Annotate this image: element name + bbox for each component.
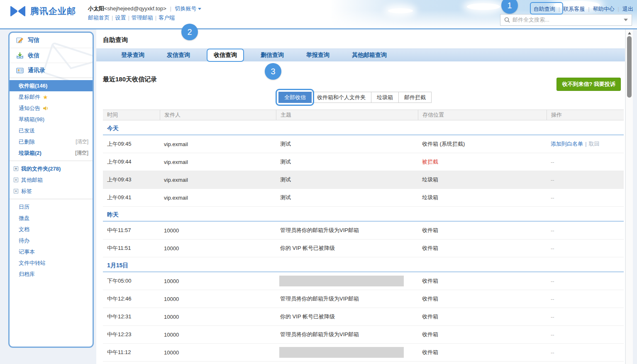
sidebar-item-todo[interactable]: 待办 xyxy=(10,235,93,246)
switch-account-link[interactable]: 切换账号 xyxy=(175,5,196,12)
expand-icon[interactable]: + xyxy=(14,189,18,193)
top-link-contact-support[interactable]: 联系客服 xyxy=(563,6,585,12)
contacts-button[interactable]: 通讯录 xyxy=(10,63,93,78)
filter-spam[interactable]: 垃圾箱 xyxy=(371,92,399,103)
search-input[interactable]: 邮件全文搜索... xyxy=(513,16,549,24)
folder-label: 星标邮件 xyxy=(19,93,40,101)
cell-sender: 10000 xyxy=(160,349,276,356)
separator: | xyxy=(170,5,171,12)
tab-receive-query[interactable]: 收信查询 xyxy=(207,49,244,62)
tab-delete-query[interactable]: 删信查询 xyxy=(261,51,284,59)
no-action-text: -- xyxy=(551,349,554,356)
cell-sender: 10000 xyxy=(160,332,276,338)
cell-subject xyxy=(276,347,418,358)
expand-icon[interactable]: + xyxy=(14,166,18,171)
nav-link-mail-home[interactable]: 邮箱首页 xyxy=(88,15,110,21)
cell-sender: 10000 xyxy=(160,245,276,252)
no-action-text: -- xyxy=(551,195,554,201)
tab-send-query[interactable]: 发信查询 xyxy=(167,51,190,59)
top-link-help-center[interactable]: 帮助中心 xyxy=(593,6,615,12)
retrieve-link[interactable]: 取回 xyxy=(589,141,600,147)
sidebar-item-file-transfer[interactable]: 文件中转站 xyxy=(10,257,93,269)
search-box[interactable]: 邮件全文搜索... xyxy=(500,14,632,26)
section-title: 最近180天收信记录 xyxy=(103,76,157,83)
mail-record-table: 时间发件人主题存信位置操作今天上午09:45vip.exmail测试收件箱 (系… xyxy=(103,110,624,362)
page-title: 自助查询 xyxy=(103,36,128,44)
cloud-decoration xyxy=(388,8,413,13)
separator: | xyxy=(588,6,589,12)
tab-other-mailbox-query[interactable]: 其他邮箱查询 xyxy=(352,51,387,59)
expand-icon[interactable]: + xyxy=(14,178,18,182)
cell-time: 中午12:31 xyxy=(103,313,160,320)
cell-location: 垃圾箱 xyxy=(418,194,547,201)
sidebar-item-spam[interactable]: 垃圾箱(2)[清空] xyxy=(10,147,93,159)
column-header: 发件人 xyxy=(160,110,276,120)
cell-actions: -- xyxy=(547,278,624,284)
folder-label: 已发送 xyxy=(19,127,35,134)
filter-all-mail[interactable]: 全部收信 xyxy=(278,92,312,103)
receive-mail-button[interactable]: 收信 xyxy=(10,48,93,63)
no-action-text: -- xyxy=(551,245,554,252)
top-link-logout[interactable]: 退出 xyxy=(622,6,633,12)
action-label: 收信 xyxy=(28,52,39,59)
redacted-subject-block xyxy=(279,276,404,286)
column-header: 存信位置 xyxy=(418,110,547,120)
date-group-header: 1月15日 xyxy=(103,257,624,272)
nav-link-manage-mailbox[interactable]: 管理邮箱 xyxy=(132,15,153,21)
tab-login-query[interactable]: 登录查询 xyxy=(121,51,144,59)
scrollbar-thumb[interactable] xyxy=(627,36,632,98)
cell-subject: 你的 VIP 帐号已被降级 xyxy=(276,313,418,320)
sidebar-item-archive[interactable]: 归档库 xyxy=(10,269,93,280)
table-header-row: 时间发件人主题存信位置操作 xyxy=(103,110,624,120)
sidebar-item-sent[interactable]: 已发送 xyxy=(10,125,93,136)
cell-time: 上午09:44 xyxy=(103,158,160,166)
tree-label: 我的文件夹(278) xyxy=(21,165,61,173)
no-action-text: -- xyxy=(551,332,554,338)
filter-inbox-and-personal[interactable]: 收件箱和个人文件夹 xyxy=(311,92,371,103)
cell-sender: 10000 xyxy=(160,227,276,234)
sidebar-item-announcements[interactable]: 通知公告 xyxy=(10,103,93,114)
sidebar-item-drafts[interactable]: 草稿箱(98) xyxy=(10,114,93,125)
folder-label: 垃圾箱(2) xyxy=(19,149,41,157)
folder-label: 已删除 xyxy=(19,138,35,146)
cell-subject: 测试 xyxy=(276,194,418,201)
filter-intercepted[interactable]: 邮件拦截 xyxy=(398,92,432,103)
sidebar-item-my-folders[interactable]: +我的文件夹(278) xyxy=(10,163,93,174)
add-to-whitelist-link[interactable]: 添加到白名单 xyxy=(551,141,583,147)
empty-folder-link[interactable]: [清空] xyxy=(75,149,88,156)
nav-link-client[interactable]: 客户端 xyxy=(159,15,175,21)
annotation-step-2: 2 xyxy=(181,24,198,40)
complaint-button[interactable]: 收不到来信? 我要投诉 xyxy=(556,78,621,91)
cell-subject: 测试 xyxy=(276,140,418,148)
scroll-up-arrow-icon[interactable] xyxy=(628,32,631,34)
sidebar-item-inbox[interactable]: 收件箱(146) xyxy=(10,80,93,91)
sidebar-item-docs[interactable]: 文档 xyxy=(10,224,93,235)
cell-subject: 管理员将你的邮箱升级为VIP邮箱 xyxy=(276,331,418,338)
cell-location: 收件箱 xyxy=(418,244,547,252)
folder-label: 草稿箱(98) xyxy=(19,116,44,123)
table-row: 上午09:41vip.exmail测试垃圾箱-- xyxy=(103,189,624,207)
tab-report-query[interactable]: 举报查询 xyxy=(306,51,329,59)
sidebar-item-notes[interactable]: 记事本 xyxy=(10,246,93,257)
scrollbar[interactable] xyxy=(625,29,633,364)
table-row: 上午09:45vip.exmail测试收件箱 (系统拦截)添加到白名单|取回 xyxy=(103,135,624,153)
sidebar-item-weidisk[interactable]: 微盘 xyxy=(10,213,93,224)
sidebar-apps: 日历微盘文档待办记事本文件中转站归档库 xyxy=(10,199,93,282)
compose-button[interactable]: 写信 xyxy=(10,33,93,48)
empty-folder-link[interactable]: [清空] xyxy=(76,138,88,145)
sidebar-item-calendar[interactable]: 日历 xyxy=(10,201,93,213)
cell-sender: vip.exmail xyxy=(160,195,276,201)
tree-label: 标签 xyxy=(21,188,32,195)
sidebar-item-tags[interactable]: +标签 xyxy=(10,186,93,197)
nav-link-settings[interactable]: 设置 xyxy=(115,15,126,21)
table-row: 中午12:3110000你的 VIP 帐号已被降级收件箱-- xyxy=(103,308,624,326)
search-dropdown-icon[interactable] xyxy=(624,19,628,21)
sidebar-item-deleted[interactable]: 已删除[清空] xyxy=(10,136,93,147)
cell-subject xyxy=(276,276,418,286)
separator: | xyxy=(112,15,113,21)
table-row: 下午05:0010000收件箱-- xyxy=(103,272,624,290)
sidebar-item-starred[interactable]: 星标邮件★ xyxy=(10,91,93,103)
sidebar-item-other-mailbox[interactable]: +其他邮箱 xyxy=(10,174,93,186)
cell-sender: 10000 xyxy=(160,278,276,284)
no-action-text: -- xyxy=(551,296,554,302)
